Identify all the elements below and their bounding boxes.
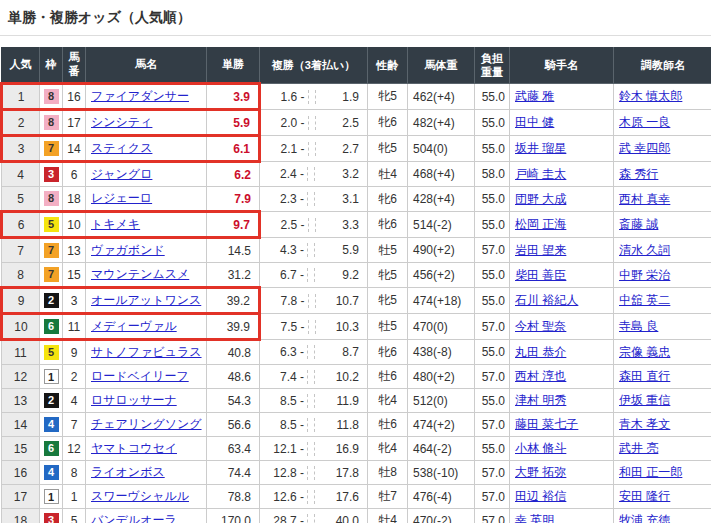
trainer-link[interactable]: 中野 栄治 xyxy=(619,268,670,282)
carried-weight-cell: 55.0 xyxy=(475,389,510,413)
horse-name-link[interactable]: ロサロッサーナ xyxy=(91,393,177,407)
horse-weight-cell: 480(+2) xyxy=(408,365,475,389)
sex-age-cell: 牡5 xyxy=(368,314,408,340)
frame-cell: 1 xyxy=(40,365,63,389)
horse-weight-cell: 504(0) xyxy=(408,136,475,162)
jockey-link[interactable]: 丸田 恭介 xyxy=(515,345,566,359)
horse-weight-cell: 474(+18) xyxy=(408,288,475,314)
sex-age-cell: 牡6 xyxy=(368,365,408,389)
win-odds-cell: 54.3 xyxy=(207,389,260,413)
jockey-link[interactable]: 石川 裕紀人 xyxy=(515,293,578,307)
frame-cell: 4 xyxy=(40,413,63,437)
trainer-cell: 伊坂 重信 xyxy=(614,389,711,413)
jockey-link[interactable]: 今村 聖奈 xyxy=(515,319,566,333)
carried-weight-cell: 58.0 xyxy=(475,162,510,187)
horse-name-link[interactable]: スティクス xyxy=(91,141,152,155)
jockey-link[interactable]: 田辺 裕信 xyxy=(515,489,566,503)
place-odds-high: 3.3 xyxy=(315,218,368,232)
col-header-frame: 枠 xyxy=(40,48,63,84)
rank-cell: 2 xyxy=(2,110,40,136)
jockey-link[interactable]: 津村 明秀 xyxy=(515,393,566,407)
jockey-link[interactable]: 幸 英明 xyxy=(515,513,554,523)
trainer-link[interactable]: 武 幸四郎 xyxy=(619,141,670,155)
horse-name-link[interactable]: ジャングロ xyxy=(91,167,152,181)
rank-cell: 16 xyxy=(2,461,40,485)
horse-name-link[interactable]: ヴァガボンド xyxy=(91,243,165,257)
frame-badge: 8 xyxy=(44,115,59,130)
horse-weight-cell: 470(0) xyxy=(408,314,475,340)
jockey-cell: 岩田 望来 xyxy=(510,238,614,263)
trainer-link[interactable]: 宗像 義忠 xyxy=(619,345,670,359)
horse-name-cell: トキメキ xyxy=(86,212,207,238)
win-odds-cell: 5.9 xyxy=(207,110,260,136)
trainer-link[interactable]: 和田 正一郎 xyxy=(619,465,682,479)
jockey-link[interactable]: 柴田 善臣 xyxy=(515,268,566,282)
trainer-link[interactable]: 斎藤 誠 xyxy=(619,217,658,231)
horse-name-link[interactable]: ファイアダンサー xyxy=(91,89,189,103)
horse-name-link[interactable]: シンシティ xyxy=(91,115,152,129)
trainer-link[interactable]: 中舘 英二 xyxy=(619,293,670,307)
frame-badge: 5 xyxy=(44,217,59,232)
trainer-link[interactable]: 安田 隆行 xyxy=(619,489,670,503)
col-header-trainer: 調教師名 xyxy=(614,48,711,84)
table-row: 6 5 10 トキメキ 9.7 2.5 - 3.3 牝6 514(-2) 55.… xyxy=(2,212,711,238)
jockey-link[interactable]: 大野 拓弥 xyxy=(515,465,566,479)
horse-name-link[interactable]: レジェーロ xyxy=(91,191,152,205)
horse-name-link[interactable]: オールアットワンス xyxy=(91,293,201,307)
horse-weight-cell: 428(+4) xyxy=(408,187,475,212)
jockey-link[interactable]: 西村 淳也 xyxy=(515,369,566,383)
place-odds-high: 3.2 xyxy=(314,167,367,181)
col-header-horse-weight: 馬体重 xyxy=(408,48,475,84)
col-header-jockey: 騎手名 xyxy=(510,48,614,84)
jockey-link[interactable]: 松岡 正海 xyxy=(515,217,566,231)
frame-badge: 3 xyxy=(44,167,59,182)
jockey-link[interactable]: 坂井 瑠星 xyxy=(515,141,566,155)
trainer-link[interactable]: 伊坂 重信 xyxy=(619,393,670,407)
frame-badge: 8 xyxy=(44,191,59,206)
horse-name-link[interactable]: トキメキ xyxy=(91,217,140,231)
jockey-link[interactable]: 藤田 菜七子 xyxy=(515,417,578,431)
jockey-link[interactable]: 小林 脩斗 xyxy=(515,441,566,455)
trainer-link[interactable]: 牧浦 充徳 xyxy=(619,513,670,523)
horse-name-link[interactable]: チェアリングソング xyxy=(91,417,202,431)
horse-name-link[interactable]: ヤマトコウセイ xyxy=(91,441,177,455)
horse-name-cell: マウンテンムスメ xyxy=(86,263,207,288)
jockey-link[interactable]: 武藤 雅 xyxy=(515,89,554,103)
horse-number-cell: 5 xyxy=(63,509,86,523)
table-header: 人気 枠 馬番 馬名 単勝 複勝（3着払い） 性齢 馬体重 負担 重量 騎手名 … xyxy=(2,48,711,84)
horse-name-link[interactable]: メディーヴァル xyxy=(91,319,177,333)
place-odds-high: 11.9 xyxy=(314,394,367,408)
jockey-link[interactable]: 田中 健 xyxy=(515,115,554,129)
horse-weight-cell: 438(-8) xyxy=(408,340,475,365)
jockey-link[interactable]: 戸崎 圭太 xyxy=(515,167,566,181)
trainer-link[interactable]: 西村 真幸 xyxy=(619,192,670,206)
jockey-link[interactable]: 岩田 望来 xyxy=(515,243,566,257)
rank-cell: 6 xyxy=(2,212,40,238)
trainer-link[interactable]: 森田 直行 xyxy=(619,369,670,383)
trainer-link[interactable]: 武井 亮 xyxy=(619,441,658,455)
horse-name-link[interactable]: マウンテンムスメ xyxy=(91,267,189,281)
jockey-cell: 丸田 恭介 xyxy=(510,340,614,365)
horse-name-link[interactable]: サトノファビュラス xyxy=(91,345,202,359)
sex-age-cell: 牝6 xyxy=(368,187,408,212)
horse-name-link[interactable]: ライオンボス xyxy=(91,465,165,479)
win-odds-cell: 7.9 xyxy=(207,187,260,212)
table-row: 8 7 15 マウンテンムスメ 31.2 6.7 - 9.2 牝5 456(+2… xyxy=(2,263,711,288)
carried-weight-cell: 55.0 xyxy=(475,110,510,136)
place-odds-cell: 8.5 - 11.9 xyxy=(260,389,368,413)
trainer-link[interactable]: 鈴木 慎太郎 xyxy=(619,89,682,103)
trainer-link[interactable]: 木原 一良 xyxy=(619,115,670,129)
horse-name-link[interactable]: ロードベイリーフ xyxy=(91,369,189,383)
frame-cell: 7 xyxy=(40,263,63,288)
jockey-link[interactable]: 団野 大成 xyxy=(515,192,566,206)
trainer-link[interactable]: 青木 孝文 xyxy=(619,417,670,431)
win-odds-cell: 56.6 xyxy=(207,413,260,437)
trainer-cell: 鈴木 慎太郎 xyxy=(614,84,711,110)
trainer-link[interactable]: 森 秀行 xyxy=(619,167,658,181)
horse-name-link[interactable]: バンデルオーラ xyxy=(91,513,177,523)
horse-name-link[interactable]: スワーヴシャルル xyxy=(91,489,189,503)
trainer-cell: 和田 正一郎 xyxy=(614,461,711,485)
place-odds-cell: 2.0 - 2.5 xyxy=(260,110,368,136)
trainer-link[interactable]: 寺島 良 xyxy=(619,319,658,333)
trainer-link[interactable]: 清水 久詞 xyxy=(619,243,670,257)
